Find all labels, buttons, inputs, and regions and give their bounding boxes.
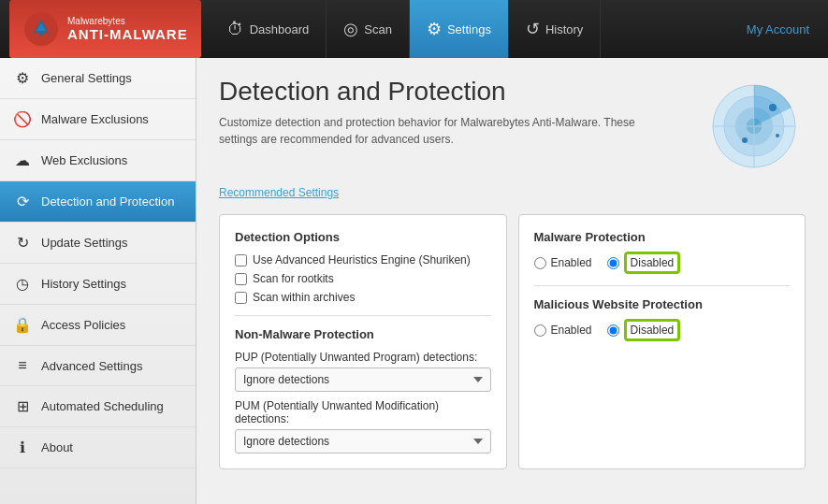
website-disabled-label: Disabled	[631, 324, 675, 337]
rootkits-checkbox[interactable]	[235, 273, 247, 285]
checkbox-heuristics[interactable]: Use Advanced Heuristics Engine (Shuriken…	[235, 253, 491, 266]
sidebar-item-about[interactable]: ℹ About	[0, 427, 196, 468]
sidebar-item-access-label: Access Policies	[41, 318, 125, 332]
panel-left: Detection Options Use Advanced Heuristic…	[219, 214, 507, 469]
update-icon: ↻	[13, 234, 32, 252]
recommended-link[interactable]: Recommended Settings	[219, 186, 339, 199]
logo-text: Malwarebytes ANTI-MALWARE	[67, 16, 188, 42]
section-divider	[235, 315, 491, 316]
website-enabled-radio[interactable]	[534, 324, 546, 337]
settings-icon: ⚙	[427, 19, 442, 39]
logo-area: Malwarebytes ANTI-MALWARE	[9, 0, 201, 58]
sidebar-item-update-label: Update Settings	[41, 236, 128, 250]
content-area: Detection and Protection Customize detec…	[196, 58, 828, 504]
sidebar-item-access-policies[interactable]: 🔒 Access Policies	[0, 305, 196, 346]
nav-history-label: History	[545, 22, 583, 36]
checkbox-rootkits[interactable]: Scan for rootkits	[235, 272, 491, 285]
malware-enabled-label: Enabled	[551, 256, 592, 269]
panels-row: Detection Options Use Advanced Heuristic…	[219, 214, 806, 469]
pup-select[interactable]: Ignore detections Warn user Treat as mal…	[235, 367, 491, 392]
scheduling-icon: ⊞	[13, 397, 32, 415]
malware-disabled-highlight: Disabled	[624, 252, 681, 274]
main-layout: ⚙ General Settings 🚫 Malware Exclusions …	[0, 58, 828, 504]
malware-disabled-radio[interactable]	[607, 257, 619, 269]
malware-disabled-option[interactable]: Disabled	[607, 252, 681, 274]
detection-icon: ⟳	[13, 193, 32, 210]
malware-disabled-label: Disabled	[631, 256, 675, 269]
page-subtitle: Customize detection and protection behav…	[219, 114, 668, 148]
nav-items: ⏱ Dashboard ◎ Scan ⚙ Settings ↺ History	[211, 0, 747, 58]
nav-history[interactable]: ↺ History	[509, 0, 601, 58]
pum-select[interactable]: Ignore detections Warn user Treat as mal…	[235, 429, 491, 454]
sidebar-item-general-settings[interactable]: ⚙ General Settings	[0, 58, 196, 99]
checkbox-archives[interactable]: Scan within archives	[235, 291, 491, 304]
malware-exclusions-icon: 🚫	[13, 110, 32, 128]
nav-dashboard[interactable]: ⏱ Dashboard	[211, 0, 327, 58]
about-icon: ℹ	[13, 439, 32, 456]
dashboard-icon: ⏱	[227, 20, 244, 39]
sidebar-item-advanced-settings[interactable]: ≡ Advanced Settings	[0, 346, 196, 386]
detection-options-title: Detection Options	[235, 230, 491, 244]
sidebar-item-about-label: About	[41, 440, 73, 454]
sidebar-item-scheduling-label: Automated Scheduling	[41, 399, 164, 413]
website-disabled-option[interactable]: Disabled	[607, 319, 681, 341]
panel-right: Malware Protection Enabled Disabled	[518, 214, 806, 469]
scan-icon: ◎	[343, 19, 358, 39]
radar-svg	[707, 79, 801, 168]
page-header-text: Detection and Protection Customize detec…	[219, 77, 703, 148]
svg-point-8	[742, 137, 748, 143]
heuristics-checkbox[interactable]	[235, 254, 247, 266]
topbar: Malwarebytes ANTI-MALWARE ⏱ Dashboard ◎ …	[0, 0, 828, 58]
page-header: Detection and Protection Customize detec…	[219, 77, 806, 170]
malware-enabled-radio[interactable]	[534, 257, 546, 269]
archives-label: Scan within archives	[253, 291, 355, 304]
nav-scan-label: Scan	[364, 22, 392, 36]
malicious-website-section: Malicious Website Protection Enabled Dis…	[534, 297, 791, 341]
malware-enabled-option[interactable]: Enabled	[534, 256, 592, 269]
website-disabled-highlight: Disabled	[624, 319, 681, 341]
my-account-link[interactable]: My Account	[747, 22, 819, 36]
sidebar-item-web-label: Web Exclusions	[41, 153, 127, 167]
svg-point-9	[776, 134, 779, 137]
nav-settings[interactable]: ⚙ Settings	[410, 0, 509, 58]
malware-radio-row: Enabled Disabled	[534, 252, 791, 274]
archives-checkbox[interactable]	[235, 292, 247, 304]
sidebar-item-automated-scheduling[interactable]: ⊞ Automated Scheduling	[0, 386, 196, 427]
sidebar-item-update-settings[interactable]: ↻ Update Settings	[0, 223, 196, 264]
malware-protection-section: Malware Protection Enabled Disabled	[534, 230, 791, 274]
sidebar-item-web-exclusions[interactable]: ☁ Web Exclusions	[0, 140, 196, 181]
pum-label: PUM (Potentially Unwanted Modification) …	[235, 399, 491, 425]
logo-brand: Malwarebytes	[67, 16, 188, 26]
nav-dashboard-label: Dashboard	[250, 22, 310, 36]
website-enabled-option[interactable]: Enabled	[534, 324, 592, 337]
website-disabled-radio[interactable]	[607, 324, 619, 337]
website-enabled-label: Enabled	[551, 324, 592, 337]
malware-protection-title: Malware Protection	[534, 230, 791, 244]
nav-settings-label: Settings	[447, 22, 491, 36]
web-exclusions-icon: ☁	[13, 151, 32, 169]
malicious-website-title: Malicious Website Protection	[534, 297, 791, 311]
sidebar-item-malware-label: Malware Exclusions	[41, 112, 149, 126]
non-malware-title: Non-Malware Protection	[235, 327, 491, 341]
pup-label: PUP (Potentially Unwanted Program) detec…	[235, 351, 491, 364]
sidebar: ⚙ General Settings 🚫 Malware Exclusions …	[0, 58, 196, 504]
history-icon: ↺	[526, 19, 540, 39]
sidebar-item-history-label: History Settings	[41, 277, 126, 291]
sidebar-item-detection-label: Detection and Protection	[41, 194, 174, 209]
logo-product: ANTI-MALWARE	[67, 26, 188, 42]
history-settings-icon: ◷	[13, 275, 32, 293]
sidebar-item-detection-protection[interactable]: ⟳ Detection and Protection	[0, 181, 196, 223]
radar-container	[703, 77, 806, 170]
page-title: Detection and Protection	[219, 77, 703, 107]
general-settings-icon: ⚙	[13, 69, 32, 87]
website-radio-row: Enabled Disabled	[534, 319, 791, 341]
svg-point-7	[769, 104, 777, 111]
sidebar-item-malware-exclusions[interactable]: 🚫 Malware Exclusions	[0, 99, 196, 140]
logo-icon	[22, 10, 60, 48]
access-icon: 🔒	[13, 316, 32, 334]
sidebar-item-advanced-label: Advanced Settings	[41, 359, 142, 373]
heuristics-label: Use Advanced Heuristics Engine (Shuriken…	[253, 253, 471, 266]
nav-scan[interactable]: ◎ Scan	[327, 0, 410, 58]
advanced-icon: ≡	[13, 357, 32, 374]
sidebar-item-history-settings[interactable]: ◷ History Settings	[0, 264, 196, 305]
